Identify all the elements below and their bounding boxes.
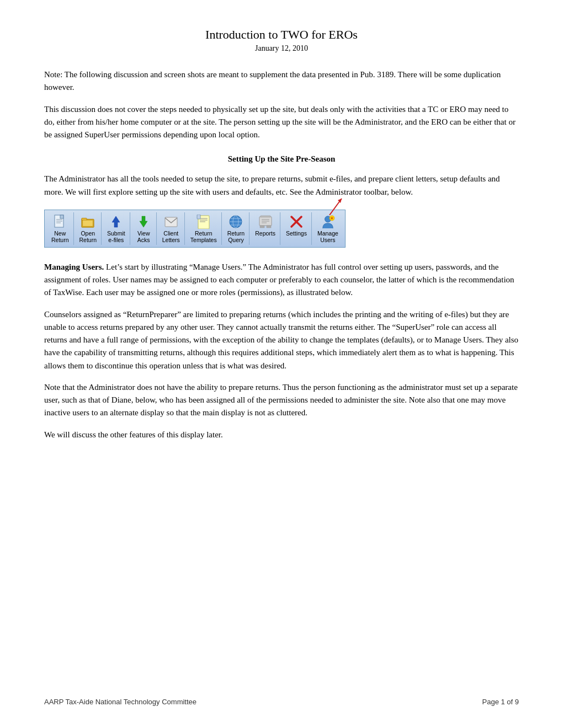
reports-icon bbox=[258, 215, 273, 229]
arrow-annotation bbox=[320, 196, 350, 221]
paragraph-5: Counselors assigned as “ReturnPreparer” … bbox=[44, 308, 519, 372]
paragraph-7: We will discuss the other features of th… bbox=[44, 429, 519, 441]
settings-button[interactable]: Settings bbox=[283, 212, 312, 245]
submit-efiles-button[interactable]: Submit e-files bbox=[104, 212, 130, 245]
svg-rect-24 bbox=[267, 226, 271, 228]
settings-label: Settings bbox=[286, 230, 307, 244]
return-templates-label: Return Templates bbox=[190, 230, 217, 244]
svg-marker-8 bbox=[112, 216, 120, 227]
paragraph-4-rest: Let’s start by illustrating “Manage User… bbox=[44, 263, 514, 297]
return-query-label: Return Query bbox=[227, 230, 245, 244]
page-subtitle: January 12, 2010 bbox=[44, 44, 519, 53]
client-letters-icon bbox=[164, 215, 178, 229]
paragraph-3: The Administrator has all the tools need… bbox=[44, 173, 519, 199]
svg-rect-10 bbox=[165, 217, 177, 227]
managing-users-bold: Managing Users. bbox=[44, 263, 104, 271]
open-return-label: Open Return bbox=[79, 230, 97, 244]
return-templates-icon bbox=[196, 215, 211, 229]
settings-icon bbox=[289, 215, 304, 229]
svg-rect-15 bbox=[197, 215, 200, 219]
manage-users-button[interactable]: ★ Manage Users bbox=[314, 212, 342, 245]
toolbar-screenshot: New Return Open Return bbox=[44, 210, 519, 248]
svg-rect-6 bbox=[82, 218, 87, 220]
svg-marker-9 bbox=[140, 216, 147, 227]
page-footer: AARP Tax-Aide National Technology Commit… bbox=[44, 698, 519, 706]
reports-label: Reports bbox=[255, 230, 275, 244]
new-return-label: New Return bbox=[51, 230, 69, 244]
paragraph-1: Note: The following discussion and scree… bbox=[44, 68, 519, 94]
view-acks-label: View Acks bbox=[137, 230, 150, 244]
footer-left: AARP Tax-Aide National Technology Commit… bbox=[44, 698, 196, 706]
paragraph-6: Note that the Administrator does not hav… bbox=[44, 381, 519, 420]
view-acks-icon bbox=[136, 215, 151, 229]
view-acks-button[interactable]: View Acks bbox=[132, 212, 157, 245]
return-query-icon bbox=[229, 215, 243, 229]
paragraph-managing: Managing Users. Let’s start by illustrat… bbox=[44, 261, 519, 299]
section-heading: Setting Up the Site Pre-Season bbox=[44, 154, 519, 164]
open-return-button[interactable]: Open Return bbox=[76, 212, 102, 245]
open-return-icon bbox=[81, 215, 95, 229]
footer-right: Page 1 of 9 bbox=[482, 698, 519, 706]
submit-efiles-icon bbox=[109, 215, 123, 229]
return-templates-button[interactable]: Return Templates bbox=[187, 212, 222, 245]
new-return-icon bbox=[53, 215, 67, 229]
svg-rect-1 bbox=[60, 215, 63, 218]
return-query-button[interactable]: Return Query bbox=[224, 212, 250, 245]
paragraph-2: This discussion does not cover the steps… bbox=[44, 103, 519, 142]
reports-button[interactable]: Reports bbox=[252, 212, 280, 245]
svg-rect-22 bbox=[261, 216, 270, 217]
client-letters-button[interactable]: Client Letters bbox=[159, 212, 185, 245]
new-return-button[interactable]: New Return bbox=[48, 212, 74, 245]
client-letters-label: Client Letters bbox=[162, 230, 180, 244]
page-title: Introduction to TWO for EROs bbox=[44, 28, 519, 42]
manage-users-label: Manage Users bbox=[317, 230, 338, 244]
svg-rect-23 bbox=[260, 226, 264, 228]
svg-rect-7 bbox=[83, 220, 93, 226]
submit-efiles-label: Submit e-files bbox=[107, 230, 125, 244]
admin-toolbar: New Return Open Return bbox=[44, 210, 346, 248]
